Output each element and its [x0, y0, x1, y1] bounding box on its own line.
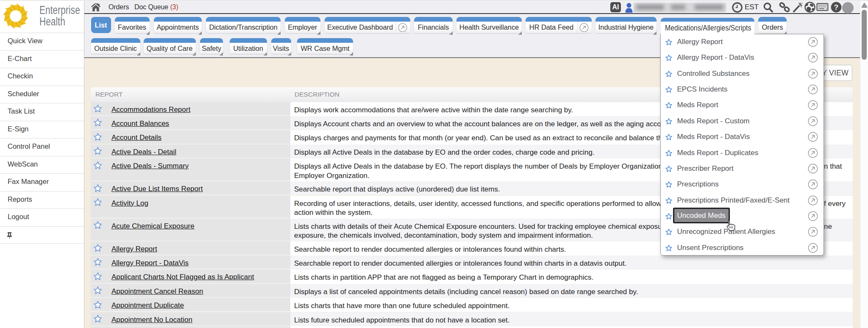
- svg-text:?: ?: [834, 3, 838, 11]
